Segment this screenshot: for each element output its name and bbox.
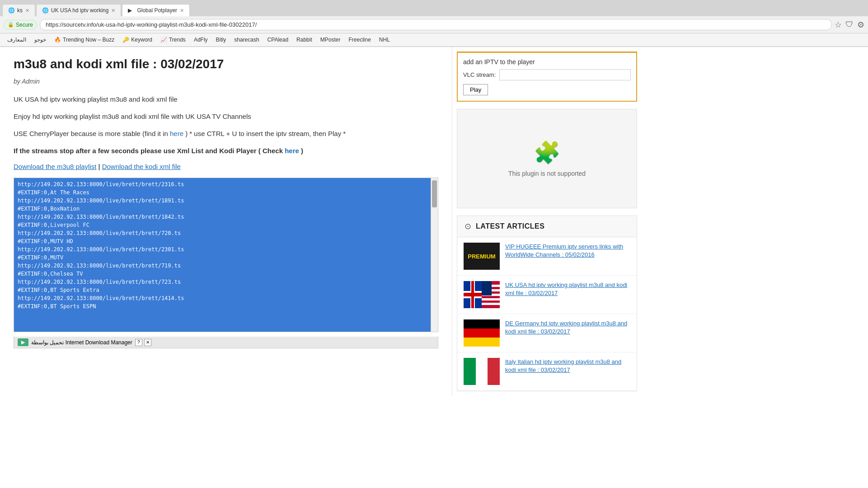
germany-flag-icon (464, 319, 500, 347)
trending-icon: 🔥 (54, 37, 61, 43)
article-title: m3u8 and kodi xml file : 03/02/2017 (14, 56, 438, 72)
article-4-title[interactable]: Italy Italian hd iptv working playlist m… (505, 358, 621, 373)
iptv-player-title: add an IPTV to the player (463, 58, 631, 66)
playlist-line-8: http://149.202.92.133:8000/live/brett/br… (17, 246, 435, 253)
plugin-text: This plugin is not supported (508, 170, 586, 177)
article-1-title[interactable]: VIP HUGEEE Premium iptv servers links wi… (505, 243, 623, 258)
latest-article-3[interactable]: DE Germany hd iptv working playlist m3u8… (457, 314, 637, 352)
svg-rect-13 (464, 328, 500, 338)
latest-article-1[interactable]: PREMIUM VIP HUGEEE Premium iptv servers … (457, 237, 637, 276)
article-2-thumb (464, 281, 500, 308)
bookmark-10[interactable]: MPoster (317, 35, 344, 44)
intro-paragraph-3: USE CherryPlayer because is more stable … (14, 128, 438, 139)
playlist-line-6: http://149.202.92.133:8000/live/brett/br… (17, 230, 435, 237)
bookmark-9[interactable]: Rabbit (293, 35, 316, 44)
bookmark-7[interactable]: sharecash (230, 35, 263, 44)
scrollbar[interactable] (431, 178, 438, 332)
latest-icon: ⊙ (464, 221, 471, 231)
tab-2[interactable]: 🌐 UK USA hd iptv working ✕ (36, 4, 121, 16)
playlist-line-12: http://149.202.92.133:8000/live/brett/br… (17, 278, 435, 286)
playlist-line-3: #EXTINF:0,BoxNation (17, 205, 435, 212)
tab-1-label: ks (17, 7, 23, 14)
playlist-line-10: http://149.202.92.133:8000/live/brett/br… (17, 262, 435, 269)
download-links: Download the m3u8 playlist | Download th… (14, 163, 438, 170)
latest-article-2[interactable]: UK USA hd iptv working playlist m3u8 and… (457, 276, 637, 314)
playlist-line-1: #EXTINF:0,At The Races (17, 189, 435, 196)
browser-chrome: 🌐 ks ✕ 🌐 UK USA hd iptv working ✕ ▶ Glob… (0, 0, 868, 47)
idm-label: تحميل بواسطة Internet Download Manager (31, 339, 132, 346)
tab-3-label: Global Potplayer (137, 7, 177, 14)
lock-icon: 🔒 (8, 22, 14, 28)
download-kodi-link[interactable]: Download the kodi xml file (102, 163, 181, 170)
tab-1-favicon: 🌐 (8, 7, 14, 14)
bookmark-0[interactable]: المعارف (4, 35, 30, 44)
italy-flag-icon (464, 358, 500, 385)
article-body: UK USA hd iptv working playlist m3u8 and… (14, 94, 438, 156)
tab-3-close[interactable]: ✕ (180, 8, 184, 14)
here-link-1[interactable]: here (170, 130, 183, 137)
vlc-stream-label: VLC stream: (463, 71, 496, 78)
playlist-line-14: http://149.202.92.133:8000/live/brett/br… (17, 295, 435, 302)
browser-actions: ☆ 🛡 ⚙ (835, 20, 864, 30)
bookmark-6[interactable]: Bitly (212, 35, 230, 44)
tab-2-close[interactable]: ✕ (111, 8, 115, 14)
bookmark-4[interactable]: 📈 Trends (157, 35, 189, 44)
svg-rect-15 (464, 358, 476, 385)
extension-icon-1[interactable]: 🛡 (845, 20, 854, 29)
bookmark-8[interactable]: CPAlead (264, 35, 292, 44)
tab-2-label: UK USA hd iptv working (51, 7, 108, 14)
playlist-line-9: #EXTINF:0,MUTV (17, 254, 435, 261)
svg-rect-4 (464, 293, 482, 296)
iptv-play-button[interactable]: Play (463, 84, 488, 95)
bookmark-5[interactable]: AdFly (190, 35, 211, 44)
extension-icon-2[interactable]: ⚙ (857, 20, 864, 30)
article-3-info: DE Germany hd iptv working playlist m3u8… (505, 319, 630, 347)
svg-rect-16 (476, 358, 488, 385)
idm-play-button[interactable]: ▶ (18, 338, 28, 346)
playlist-container: http://149.202.92.133:8000/live/brett/br… (14, 178, 438, 332)
tab-2-favicon: 🌐 (42, 7, 48, 14)
here-link-2[interactable]: here (285, 147, 299, 155)
idm-icons: ? ✕ (135, 339, 151, 346)
download-m3u8-link[interactable]: Download the m3u8 playlist (14, 163, 96, 170)
sidebar: add an IPTV to the player VLC stream: Pl… (452, 47, 642, 396)
bookmark-12[interactable]: NHL (375, 35, 394, 44)
trends-icon: 📈 (160, 37, 167, 43)
playlist-line-0: http://149.202.92.133:8000/live/brett/br… (17, 181, 435, 188)
star-icon[interactable]: ☆ (835, 20, 842, 30)
latest-articles: ⊙ LATEST ARTICLES PREMIUM VIP HUGEEE Pre… (457, 216, 637, 391)
address-bar: 🔒 Secure https://sourcetv.info/uk-usa-hd… (0, 16, 868, 33)
tab-1[interactable]: 🌐 ks ✕ (2, 4, 35, 16)
playlist-line-7: #EXTINF:0,MUTV HD (17, 238, 435, 245)
idm-icon-question[interactable]: ? (135, 339, 142, 346)
article-4-thumb (464, 358, 500, 385)
scrollbar-thumb[interactable] (432, 180, 437, 207)
bookmark-1[interactable]: خوجو (31, 35, 50, 44)
intro-paragraph-2: Enjoy hd iptv working playlist m3u8 and … (14, 111, 438, 122)
playlist-line-2: http://149.202.92.133:8000/live/brett/br… (17, 197, 435, 204)
article-1-thumb: PREMIUM (464, 243, 500, 270)
url-bar[interactable]: https://sourcetv.info/uk-usa-hd-iptv-wor… (40, 19, 832, 30)
svg-rect-17 (488, 358, 500, 385)
article-4-info: Italy Italian hd iptv working playlist m… (505, 358, 630, 385)
article-1-info: VIP HUGEEE Premium iptv servers links wi… (505, 243, 630, 270)
tab-3[interactable]: ▶ Global Potplayer ✕ (122, 4, 190, 16)
latest-articles-header: ⊙ LATEST ARTICLES (457, 216, 637, 237)
tab-1-close[interactable]: ✕ (25, 8, 29, 14)
bookmark-3[interactable]: 🔑 Keyword (119, 35, 156, 44)
article-3-title[interactable]: DE Germany hd iptv working playlist m3u8… (505, 320, 627, 335)
playlist-content[interactable]: http://149.202.92.133:8000/live/brett/br… (14, 178, 438, 332)
bookmarks-bar: المعارف خوجو 🔥 Trending Now – Buzz 🔑 Key… (0, 33, 868, 47)
vlc-stream-input[interactable] (499, 69, 631, 80)
tab-bar: 🌐 ks ✕ 🌐 UK USA hd iptv working ✕ ▶ Glob… (0, 0, 868, 16)
article-3-thumb (464, 319, 500, 347)
article-meta: by Admin (14, 78, 438, 85)
bookmark-2[interactable]: 🔥 Trending Now – Buzz (51, 35, 118, 44)
intro-paragraph-1: UK USA hd iptv working playlist m3u8 and… (14, 94, 438, 105)
plugin-icon: 🧩 (534, 140, 561, 165)
latest-article-4[interactable]: Italy Italian hd iptv working playlist m… (457, 352, 637, 391)
article-2-title[interactable]: UK USA hd iptv working playlist m3u8 and… (505, 282, 627, 296)
idm-icon-close[interactable]: ✕ (144, 339, 151, 346)
uk-usa-flag-icon (464, 281, 500, 308)
bookmark-11[interactable]: Freecline (345, 35, 374, 44)
